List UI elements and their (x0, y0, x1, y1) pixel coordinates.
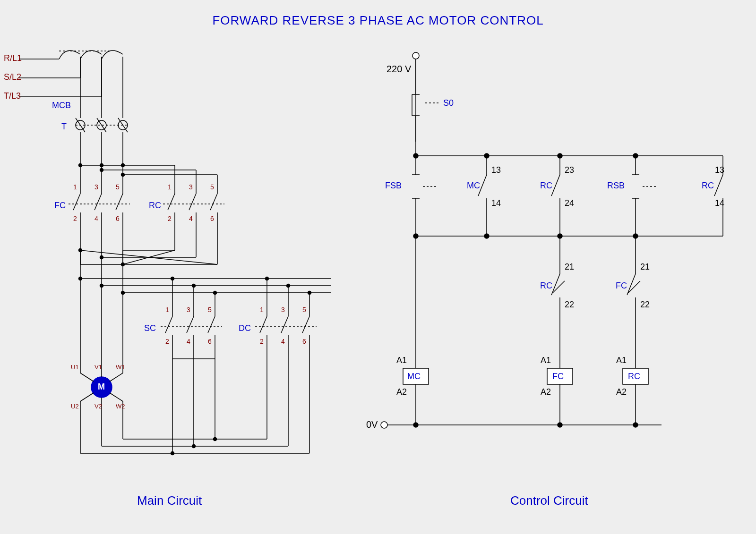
svg-point-74 (171, 277, 174, 280)
dc-num-6: 6 (302, 338, 306, 345)
fc-nc-22: 22 (640, 300, 650, 310)
svg-point-95 (266, 277, 269, 280)
motor-v1: V1 (94, 364, 102, 371)
motor-v2: V2 (94, 403, 102, 410)
svg-line-163 (714, 175, 723, 196)
svg-point-97 (308, 291, 311, 295)
svg-line-100 (260, 316, 267, 333)
svg-point-186 (413, 423, 418, 427)
mc-aux-14: 14 (491, 198, 501, 208)
dc-num-4: 4 (281, 338, 285, 345)
sc-num-3: 3 (187, 306, 190, 314)
rc-num-5: 5 (210, 183, 214, 191)
mc-coil-a2: A2 (396, 387, 407, 397)
dc-label: DC (239, 323, 251, 333)
svg-line-127 (80, 393, 94, 401)
diagram-canvas: FORWARD REVERSE 3 PHASE AC MOTOR CONTROL (0, 0, 756, 534)
fc-nc-21: 21 (640, 262, 650, 272)
sc-label: SC (144, 323, 156, 333)
supply-220v: 220 V (387, 64, 411, 75)
svg-point-188 (633, 423, 638, 427)
svg-line-126 (110, 373, 123, 381)
fc-num-4: 4 (94, 215, 98, 222)
svg-line-156 (551, 175, 560, 196)
rc-aux-contact-2: RC (702, 181, 714, 191)
dc-num-5: 5 (302, 306, 306, 314)
transformer-label: T (61, 122, 67, 132)
rc-aux-13: 13 (715, 165, 724, 175)
fc-coil-a2: A2 (541, 387, 551, 397)
fc-num-2: 2 (73, 215, 77, 222)
svg-line-125 (80, 373, 94, 381)
fc-num-3: 3 (94, 183, 98, 191)
svg-point-187 (558, 423, 562, 427)
rc-aux-14: 14 (715, 198, 724, 208)
control-circuit-caption: Control Circuit (510, 493, 588, 508)
sc-num-1: 1 (165, 306, 169, 314)
rc-nc-21: 21 (565, 262, 574, 272)
motor-w2: W2 (116, 403, 125, 410)
sc-num-4: 4 (187, 338, 190, 345)
motor-u1: U1 (71, 364, 79, 371)
rc-label: RC (149, 201, 161, 211)
dc-num-3: 3 (281, 306, 285, 314)
svg-point-76 (214, 291, 217, 295)
rc-num-4: 4 (189, 215, 193, 222)
mc-aux-contact: MC (467, 181, 480, 191)
svg-point-28 (121, 173, 125, 177)
svg-line-47 (210, 194, 217, 210)
svg-line-31 (73, 194, 80, 210)
svg-point-131 (412, 52, 419, 59)
fc-label: FC (54, 201, 66, 211)
dc-num-1: 1 (260, 306, 264, 314)
rc-num-1: 1 (168, 183, 172, 191)
sc-num-5: 5 (208, 306, 212, 314)
rc-num-2: 2 (168, 215, 172, 222)
mc-coil-a1: A1 (396, 356, 407, 365)
rc-aux-23: 23 (565, 165, 574, 175)
svg-point-189 (381, 422, 387, 428)
rc-nc-22: 22 (565, 300, 574, 310)
rsb-pushbutton: RSB (607, 181, 625, 191)
rc-num-6: 6 (210, 215, 214, 222)
svg-point-27 (100, 169, 103, 172)
svg-line-79 (165, 316, 172, 333)
mc-aux-13: 13 (491, 165, 501, 175)
svg-point-75 (192, 284, 196, 288)
svg-line-106 (302, 316, 309, 333)
svg-line-82 (187, 316, 194, 333)
sc-num-2: 2 (165, 338, 169, 345)
motor-w1: W1 (116, 364, 125, 371)
mcb-label: MCB (52, 101, 71, 110)
fsb-pushbutton: FSB (385, 181, 402, 191)
svg-line-176 (627, 274, 636, 295)
rc-aux-contact-1: RC (540, 181, 552, 191)
rc-coil: RC (628, 372, 640, 381)
s0-pushbutton: S0 (443, 98, 454, 108)
motor-u2: U2 (71, 403, 79, 410)
motor-symbol-label: M (98, 382, 105, 392)
svg-line-37 (116, 194, 123, 210)
phase-s-l2: S/L2 (4, 72, 21, 82)
rc-aux-24: 24 (565, 198, 574, 208)
fc-num-1: 1 (73, 183, 77, 191)
supply-0v: 0V (366, 419, 378, 430)
rc-num-3: 3 (189, 183, 193, 191)
fc-num-5: 5 (116, 183, 120, 191)
mc-coil: MC (407, 372, 421, 381)
rc-nc-label: RC (540, 281, 552, 291)
sc-num-6: 6 (208, 338, 212, 345)
fc-nc-label: FC (616, 281, 627, 291)
rc-coil-a2: A2 (616, 387, 627, 397)
svg-point-167 (484, 234, 489, 238)
rc-coil-a1: A1 (616, 356, 627, 365)
fc-coil-a1: A1 (541, 356, 551, 365)
main-circuit-caption: Main Circuit (137, 493, 202, 508)
dc-num-2: 2 (260, 338, 264, 345)
svg-point-96 (287, 284, 290, 288)
svg-line-172 (551, 274, 560, 295)
svg-line-103 (281, 316, 288, 333)
svg-line-34 (94, 194, 102, 210)
phase-r-l1: R/L1 (4, 53, 22, 63)
svg-line-44 (189, 194, 196, 210)
